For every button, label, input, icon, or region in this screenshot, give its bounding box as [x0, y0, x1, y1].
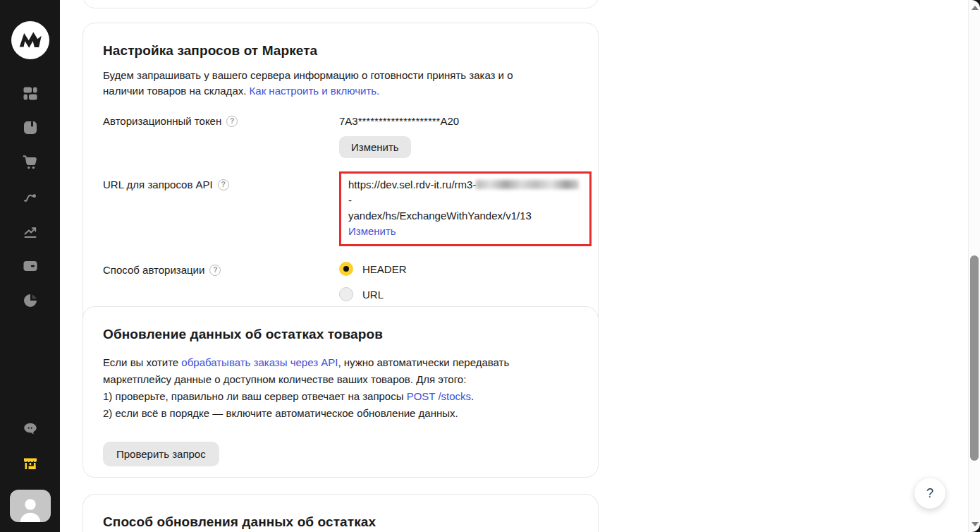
radio-selected-icon: [339, 262, 353, 276]
sidebar-item-products[interactable]: [22, 119, 39, 136]
post-stocks-link[interactable]: POST /stocks: [407, 390, 471, 402]
product-box-icon: [22, 119, 39, 136]
wallet-icon: [22, 258, 39, 274]
card-stock-update: Обновление данных об остатках товаров Ес…: [82, 306, 599, 478]
sidebar-item-analytics[interactable]: [22, 223, 39, 240]
auth-token-value-block: 7A3********************A20 Изменить: [339, 114, 578, 158]
change-url-link[interactable]: Изменить: [348, 225, 396, 237]
user-avatar-icon: [16, 494, 44, 522]
radio-url-label: URL: [362, 289, 384, 301]
route-icon: [22, 188, 39, 205]
redacted-url-part: [476, 180, 579, 189]
help-icon[interactable]: ?: [226, 116, 238, 127]
sidebar-item-shop-active[interactable]: [22, 455, 39, 472]
card-stock-method: Способ обновления данных об остатках: [82, 494, 599, 532]
pie-chart-icon: [22, 292, 39, 309]
row-auth-token: Авторизационный токен ? 7A3*************…: [103, 114, 578, 158]
card-above-fold: [82, 0, 599, 8]
card-title: Способ обновления данных об остатках: [103, 514, 578, 530]
sidebar-item-finance[interactable]: [22, 258, 39, 274]
step1-text: 1) проверьте, правильно ли ваш сервер от…: [103, 390, 407, 402]
api-url-line2: yandex/hs/ExchangeWithYandex/v1/13: [348, 210, 532, 222]
radio-unselected-icon: [339, 287, 353, 301]
auth-token-label: Авторизационный токен: [103, 114, 221, 128]
auth-method-label: Способ авторизации: [103, 263, 204, 277]
change-token-button[interactable]: Изменить: [339, 136, 411, 158]
scrollbar-thumb[interactable]: [970, 255, 979, 461]
stock-update-step2: 2) если всё в порядке — включите автомат…: [103, 405, 558, 422]
api-url-prefix: https://dev.sel.rdv-it.ru/rm3-: [348, 179, 476, 191]
yandex-market-logo-icon: [11, 21, 49, 59]
sidebar: [0, 0, 60, 532]
p1-text: Если вы хотите: [103, 356, 181, 368]
scrollbar-down-arrow[interactable]: [972, 522, 979, 526]
cart-icon: [22, 154, 39, 171]
row-auth-method: Способ авторизации ? HEADER URL: [103, 263, 578, 301]
sidebar-item-orders[interactable]: [22, 154, 39, 171]
auth-token-value: 7A3********************A20: [339, 114, 578, 128]
card-title: Обновление данных об остатках товаров: [103, 327, 578, 342]
step1-period: .: [471, 390, 474, 402]
radio-header[interactable]: HEADER: [339, 262, 578, 276]
process-orders-api-link[interactable]: обрабатывать заказы через API: [181, 356, 338, 368]
scrollbar[interactable]: [968, 0, 980, 532]
radio-url[interactable]: URL: [339, 287, 578, 301]
how-to-setup-link[interactable]: Как настроить и включить.: [250, 85, 380, 97]
row-api-url: URL для запросов API ? https://dev.sel.r…: [103, 178, 578, 246]
card-title: Настройка запросов от Маркета: [103, 43, 578, 59]
stock-update-step1: 1) проверьте, правильно ли ваш сервер от…: [103, 388, 558, 405]
help-button[interactable]: ?: [914, 478, 945, 509]
card-market-requests: Настройка запросов от Маркета Будем запр…: [82, 23, 599, 350]
check-request-button[interactable]: Проверить запрос: [103, 442, 219, 466]
user-avatar[interactable]: [10, 490, 51, 522]
radio-header-label: HEADER: [362, 263, 407, 275]
sidebar-item-chat[interactable]: [22, 421, 39, 437]
storefront-icon: [22, 455, 39, 472]
card-description: Будем запрашивать у вашего сервера инфор…: [103, 68, 526, 99]
dashboard-grid-icon: [22, 85, 39, 102]
yandex-market-logo[interactable]: [11, 21, 49, 59]
api-url-dash: -: [348, 194, 352, 206]
api-url-label-wrap: URL для запросов API ?: [103, 178, 339, 192]
sidebar-item-reports[interactable]: [22, 292, 39, 309]
help-icon[interactable]: ?: [218, 179, 229, 191]
growth-arrow-icon: [22, 223, 39, 240]
sidebar-item-dashboard[interactable]: [22, 85, 39, 102]
scrollbar-up-arrow[interactable]: [972, 6, 979, 10]
sidebar-item-logistics[interactable]: [22, 188, 39, 205]
chat-bubble-icon: [22, 421, 39, 437]
help-icon[interactable]: ?: [209, 265, 221, 276]
stock-update-paragraph: Если вы хотите обрабатывать заказы через…: [103, 354, 558, 388]
auth-method-options: HEADER URL: [339, 262, 578, 301]
api-url-highlight-box: https://dev.sel.rdv-it.ru/rm3-- yandex/h…: [339, 171, 592, 246]
api-url-label: URL для запросов API: [103, 178, 213, 192]
main-content: Настройка запросов от Маркета Будем запр…: [60, 0, 968, 532]
auth-method-label-wrap: Способ авторизации ?: [103, 263, 339, 277]
auth-token-label-wrap: Авторизационный токен ?: [103, 114, 339, 128]
